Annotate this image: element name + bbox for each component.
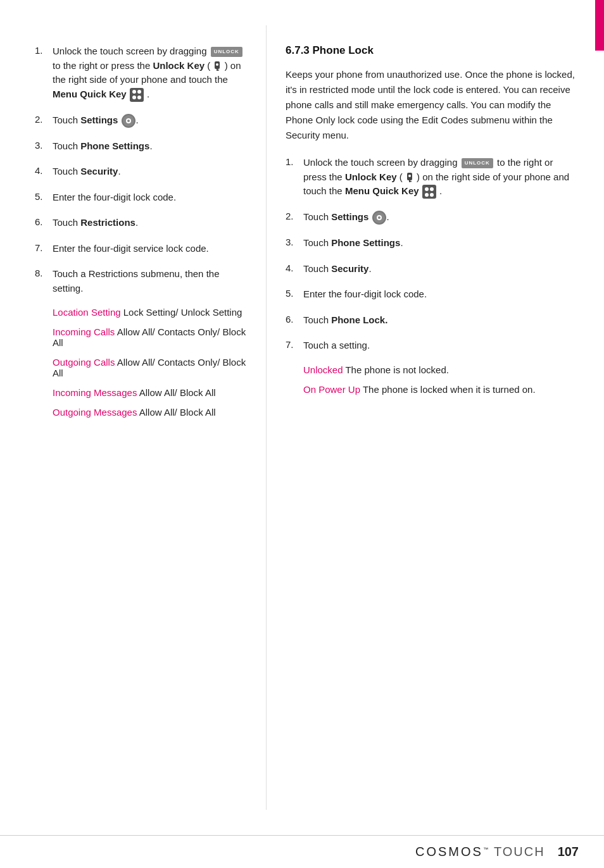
step-text: Enter the four-digit service lock code. bbox=[53, 242, 209, 256]
subitem-desc: Allow All/ Block All bbox=[139, 387, 216, 398]
subitem-unlocked: Unlocked The phone is not locked. bbox=[303, 364, 579, 375]
right-step-3: 3. Touch Phone Settings. bbox=[286, 236, 579, 251]
step-text: Enter the four-digit lock code. bbox=[303, 287, 427, 302]
step-text: Touch Security. bbox=[53, 164, 121, 179]
unlock-badge-icon: UNLOCK bbox=[462, 158, 493, 168]
footer: COSMOS™ TOUCH 107 bbox=[0, 835, 604, 868]
step-number: 1. bbox=[35, 44, 53, 56]
dots-menu-icon bbox=[422, 185, 436, 199]
left-step-3: 3. Touch Phone Settings. bbox=[35, 139, 247, 154]
svg-point-16 bbox=[408, 175, 411, 177]
footer-page-number: 107 bbox=[558, 845, 579, 859]
key-icon bbox=[406, 173, 413, 183]
step-text: Touch Phone Settings. bbox=[303, 236, 403, 251]
right-step-7: 7. Touch a setting. bbox=[286, 338, 579, 353]
step-number: 5. bbox=[35, 190, 53, 202]
subitem-on-power-up: On Power Up The phone is locked when it … bbox=[303, 384, 579, 395]
left-step-1: 1. Unlock the touch screen by dragging U… bbox=[35, 44, 247, 102]
step-text: Touch a Restrictions submenu, then the s… bbox=[53, 267, 247, 295]
left-column: 1. Unlock the touch screen by dragging U… bbox=[0, 25, 266, 810]
subitem-desc: Allow All/ Block All bbox=[139, 407, 216, 418]
step-text: Touch Security. bbox=[303, 262, 372, 276]
right-step-6: 6. Touch Phone Lock. bbox=[286, 313, 579, 328]
subitem-label: Outgoing Messages bbox=[53, 407, 137, 418]
footer-touch: TOUCH bbox=[494, 845, 545, 859]
right-step-2: 2. Touch Settings . bbox=[286, 210, 579, 225]
svg-rect-25 bbox=[383, 217, 385, 218]
step-text: Touch a setting. bbox=[303, 338, 370, 353]
svg-rect-7 bbox=[128, 115, 129, 117]
left-step-6: 6. Touch Restrictions. bbox=[35, 216, 247, 230]
subitem-label: Outgoing Calls bbox=[53, 357, 115, 368]
pink-tab bbox=[595, 0, 604, 51]
right-step-1: 1. Unlock the touch screen by dragging U… bbox=[286, 156, 579, 199]
subitem-label: Unlocked bbox=[303, 364, 343, 375]
svg-rect-9 bbox=[123, 120, 125, 121]
step-number: 4. bbox=[35, 164, 53, 176]
svg-rect-8 bbox=[128, 125, 129, 127]
svg-rect-18 bbox=[409, 181, 412, 182]
svg-rect-10 bbox=[132, 120, 134, 121]
step-text: Touch Restrictions. bbox=[53, 216, 138, 230]
gear-icon bbox=[372, 211, 386, 225]
subitem-label: On Power Up bbox=[303, 384, 360, 395]
svg-rect-24 bbox=[374, 217, 375, 218]
left-step-5: 5. Enter the four-digit lock code. bbox=[35, 190, 247, 205]
step-number: 2. bbox=[35, 113, 53, 125]
subitem-incoming-calls: Incoming Calls Allow All/ Contacts Only/… bbox=[53, 326, 247, 348]
subitem-desc: Lock Setting/ Unlock Setting bbox=[123, 307, 242, 318]
step-text: Touch Settings bbox=[53, 113, 139, 128]
gear-icon bbox=[122, 114, 135, 128]
subitem-label: Incoming Messages bbox=[53, 387, 137, 398]
step-text: Unlock the touch screen by dragging UNLO… bbox=[53, 44, 247, 102]
step-text: Touch Phone Settings. bbox=[53, 139, 153, 154]
svg-rect-22 bbox=[379, 212, 380, 214]
step-text: Unlock the touch screen by dragging UNLO… bbox=[303, 156, 579, 199]
step-number: 3. bbox=[35, 139, 53, 151]
unlock-badge-icon: UNLOCK bbox=[211, 47, 242, 57]
subitem-location: Location Setting Lock Setting/ Unlock Se… bbox=[53, 307, 247, 318]
step-number: 5. bbox=[286, 287, 303, 299]
subitem-desc: The phone is locked when it is turned on… bbox=[363, 384, 536, 395]
svg-point-1 bbox=[216, 63, 218, 66]
subitem-outgoing-messages: Outgoing Messages Allow All/ Block All bbox=[53, 407, 247, 418]
svg-point-21 bbox=[378, 216, 381, 219]
svg-point-6 bbox=[127, 120, 130, 122]
step-number: 4. bbox=[286, 262, 303, 273]
right-step-5: 5. Enter the four-digit lock code. bbox=[286, 287, 579, 302]
subitem-label: Incoming Calls bbox=[53, 326, 115, 337]
step-number: 1. bbox=[286, 156, 303, 167]
subitem-label: Location Setting bbox=[53, 307, 121, 318]
right-column: 6.7.3 Phone Lock Keeps your phone from u… bbox=[266, 25, 604, 810]
step-number: 6. bbox=[286, 313, 303, 325]
dots-menu-icon bbox=[130, 88, 144, 102]
left-step-7: 7. Enter the four-digit service lock cod… bbox=[35, 242, 247, 256]
key-icon bbox=[214, 61, 220, 71]
step-number: 2. bbox=[286, 210, 303, 221]
step-text: Touch Settings . bbox=[303, 210, 389, 225]
page: 1. Unlock the touch screen by dragging U… bbox=[0, 0, 604, 868]
svg-rect-3 bbox=[217, 70, 219, 71]
step-number: 8. bbox=[35, 267, 53, 278]
section-heading: 6.7.3 Phone Lock bbox=[286, 44, 579, 57]
step-number: 3. bbox=[286, 236, 303, 247]
step-number: 6. bbox=[35, 216, 53, 227]
subitem-incoming-messages: Incoming Messages Allow All/ Block All bbox=[53, 387, 247, 398]
subitem-desc: The phone is not locked. bbox=[345, 364, 448, 375]
svg-rect-23 bbox=[379, 221, 380, 223]
footer-brand: COSMOS™ bbox=[415, 845, 490, 859]
left-step-8: 8. Touch a Restrictions submenu, then th… bbox=[35, 267, 247, 295]
main-content: 1. Unlock the touch screen by dragging U… bbox=[0, 0, 604, 835]
section-intro: Keeps your phone from unauthorized use. … bbox=[286, 67, 579, 143]
left-step-2: 2. Touch Settings bbox=[35, 113, 247, 128]
step-text: Enter the four-digit lock code. bbox=[53, 190, 176, 205]
step-number: 7. bbox=[35, 242, 53, 253]
left-step-4: 4. Touch Security. bbox=[35, 164, 247, 179]
step-text: Touch Phone Lock. bbox=[303, 313, 387, 328]
subitem-outgoing-calls: Outgoing Calls Allow All/ Contacts Only/… bbox=[53, 357, 247, 378]
step-number: 7. bbox=[286, 338, 303, 350]
right-step-4: 4. Touch Security. bbox=[286, 262, 579, 276]
